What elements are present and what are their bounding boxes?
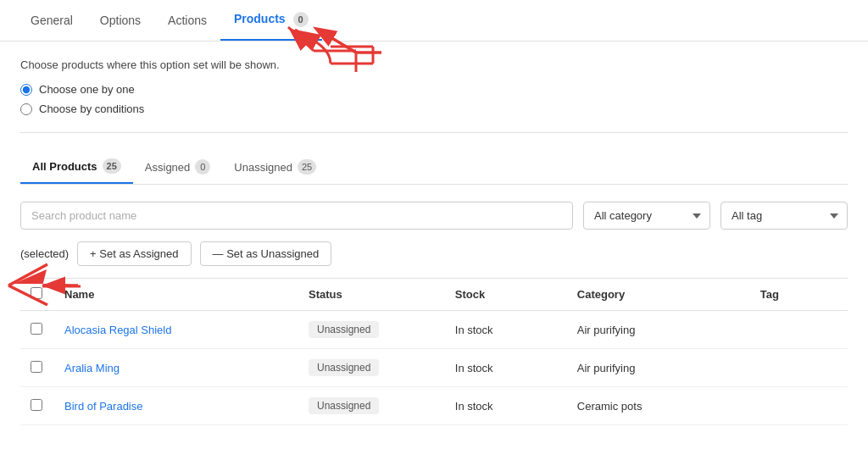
radio-one-by-one-input[interactable] [20,84,32,96]
tab-general[interactable]: General [17,2,86,39]
table-row: Alocasia Regal Shield Unassigned In stoc… [20,311,848,349]
divider [20,132,848,133]
radio-by-conditions[interactable]: Choose by conditions [20,103,848,115]
table-header-row: Name Status Stock Category Tag [20,279,848,311]
description-text: Choose products where this option set wi… [20,58,848,71]
row-name-cell: Alocasia Regal Shield [54,311,298,349]
row-name-cell: Aralia Ming [54,349,298,387]
row-stock-cell: In stock [445,311,567,349]
status-badge-1: Unassigned [309,359,379,376]
product-link-1[interactable]: Aralia Ming [64,362,120,374]
product-link-2[interactable]: Bird of Paradise [64,400,143,413]
tab-products[interactable]: Products 0 [220,0,322,41]
radio-by-conditions-input[interactable] [20,103,32,115]
search-input[interactable] [20,202,573,230]
selected-label: (selected) [20,247,69,260]
set-as-assigned-button[interactable]: + Set as Assigned [77,241,191,266]
sub-tab-assigned[interactable]: Assigned 0 [133,151,222,183]
row-tag-cell [750,387,848,425]
radio-group: Choose one by one Choose by conditions [20,83,848,115]
status-badge-0: Unassigned [309,321,379,338]
products-table: Name Status Stock Category Tag Alocasia … [20,278,848,425]
row-checkbox-cell [20,387,54,425]
action-row: (selected) + Set as Assigned — Set as Un… [20,241,848,266]
row-status-cell: Unassigned [298,387,445,425]
col-header-checkbox [20,279,54,311]
row-checkbox-2[interactable] [31,399,42,411]
status-badge-2: Unassigned [309,397,379,414]
all-products-badge: 25 [103,158,121,174]
tab-actions[interactable]: Actions [154,2,220,39]
col-header-stock: Stock [445,279,567,311]
radio-one-by-one[interactable]: Choose one by one [20,83,848,96]
select-all-checkbox[interactable] [31,287,42,299]
row-status-cell: Unassigned [298,349,445,387]
row-category-cell: Air purifying [567,349,750,387]
col-header-tag: Tag [750,279,848,311]
sub-tabs: All Products 25 Assigned 0 Unassigned 25 [20,150,848,185]
product-link-0[interactable]: Alocasia Regal Shield [64,324,171,336]
row-tag-cell [750,311,848,349]
row-stock-cell: In stock [445,349,567,387]
tab-products-badge: 0 [293,12,309,27]
sub-tab-unassigned[interactable]: Unassigned 25 [222,151,328,183]
table-row: Bird of Paradise Unassigned In stock Cer… [20,387,848,425]
col-header-category: Category [567,279,750,311]
main-content: Choose products where this option set wi… [0,42,868,442]
row-checkbox-1[interactable] [31,361,42,373]
row-category-cell: Ceramic pots [567,387,750,425]
row-name-cell: Bird of Paradise [54,387,298,425]
col-header-status: Status [298,279,445,311]
col-header-name: Name [54,279,298,311]
row-status-cell: Unassigned [298,311,445,349]
table-row: Aralia Ming Unassigned In stock Air puri… [20,349,848,387]
row-checkbox-0[interactable] [31,323,42,335]
row-checkbox-cell [20,311,54,349]
tab-options[interactable]: Options [86,2,154,39]
row-checkbox-cell [20,349,54,387]
row-stock-cell: In stock [445,387,567,425]
tag-dropdown[interactable]: All tag [721,202,848,230]
row-category-cell: Air purifying [567,311,750,349]
unassigned-badge: 25 [298,159,316,175]
sub-tab-all-products[interactable]: All Products 25 [20,150,133,184]
filter-row: All category Air purifying Ceramic pots … [20,202,848,230]
row-tag-cell [750,349,848,387]
page-wrapper: General Options Actions Products 0 Choos… [0,0,868,471]
top-tabs: General Options Actions Products 0 [0,0,868,42]
category-dropdown[interactable]: All category Air purifying Ceramic pots [583,202,710,230]
set-as-unassigned-button[interactable]: — Set as Unassigned [200,241,332,266]
assigned-badge: 0 [195,159,210,175]
